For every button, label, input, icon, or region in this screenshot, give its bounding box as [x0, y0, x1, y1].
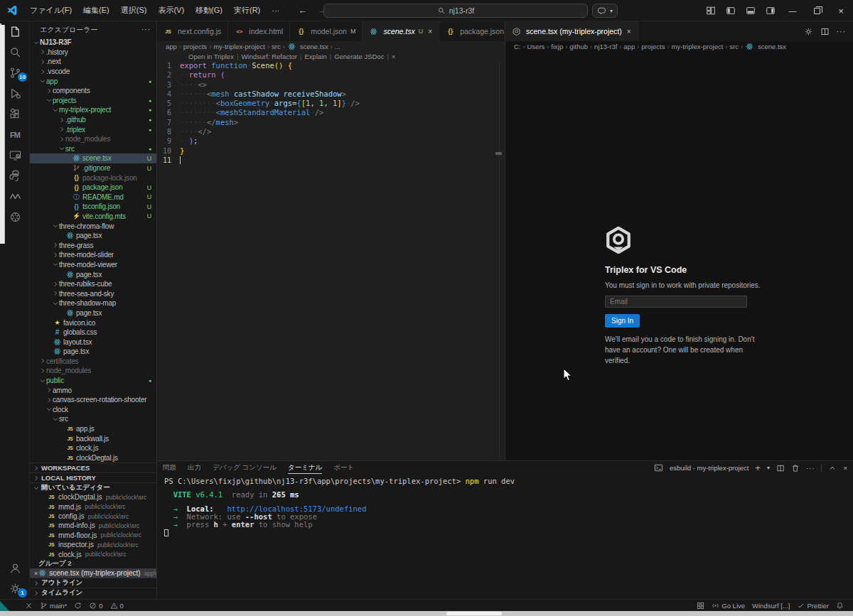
window-restore-button[interactable]	[805, 0, 829, 21]
code-line[interactable]: 5········<boxGeometry·args={[1,·1,·1]}·/…	[157, 99, 505, 108]
copilot-menu[interactable]: ▾	[592, 4, 618, 18]
tree-item[interactable]: scene.tsxU	[30, 153, 156, 163]
go-live[interactable]: Go Live	[708, 600, 749, 612]
customize-layout-icon[interactable]	[701, 6, 721, 16]
terminal-selector[interactable]: esbuild - my-triplex-project	[670, 464, 749, 472]
tab-package.json[interactable]: {}package.json	[439, 21, 511, 41]
codelens-actions[interactable]: Open in Triplex|Windsurf: Refactor|Expla…	[188, 53, 395, 60]
tree-item[interactable]: three-model-viewer	[30, 260, 156, 270]
tree-item[interactable]: NJ13-R3F	[30, 38, 156, 48]
tree-item[interactable]: projects●	[30, 96, 156, 106]
tab-next.config.js[interactable]: JSnext.config.js	[157, 21, 228, 41]
menu-item[interactable]: 移動(G)	[190, 3, 228, 18]
open-editor-item-active[interactable]: ×scene.tsx (my-triplex-project)app\proje…	[30, 568, 156, 578]
editor-more-icon[interactable]: ···	[837, 27, 847, 36]
code-line[interactable]: 7······</mesh>	[157, 118, 505, 127]
tree-item[interactable]: node_modules	[30, 134, 156, 144]
breadcrumb-item[interactable]: ...	[335, 43, 340, 50]
breadcrumb-right[interactable]: C:›Users›fixjp›github›nj13-r3f›app›proje…	[505, 41, 853, 52]
breadcrumb-item[interactable]: Users	[527, 43, 545, 50]
code-line[interactable]: 2··return·(	[157, 70, 505, 80]
open-editor-item[interactable]: JSinspector.jspublic\clock\src	[30, 540, 156, 549]
tree-item[interactable]: components	[30, 86, 156, 96]
code-line[interactable]: 3····<>	[157, 80, 505, 90]
tree-item[interactable]: page.tsx	[30, 308, 156, 318]
menu-overflow[interactable]: ···	[266, 3, 285, 18]
open-editor-item[interactable]: JSmmd-floor.jspublic\clock\src	[30, 531, 156, 540]
nav-back-icon[interactable]: ←	[298, 5, 307, 16]
tree-item[interactable]: node_modules	[30, 366, 156, 376]
kill-terminal-icon[interactable]	[791, 464, 800, 472]
toggle-sidebar-icon[interactable]	[721, 6, 741, 16]
tree-item[interactable]: {}tsconfig.jsonU	[30, 202, 156, 212]
errors[interactable]: 0	[85, 600, 106, 612]
panel-tab-ターミナル[interactable]: ターミナル	[288, 461, 322, 475]
breadcrumb-item[interactable]: src	[272, 43, 281, 50]
tree-item[interactable]: ⚡vite.config.mtsU	[30, 212, 156, 222]
codelens-link[interactable]: Open in Triplex	[188, 53, 234, 60]
toggle-secondary-sidebar-icon[interactable]	[761, 6, 780, 16]
tree-item[interactable]: .triplex●	[30, 124, 156, 134]
tree-item[interactable]: three-model-slider	[30, 250, 156, 260]
open-editor-item[interactable]: JSclockDegtal.jspublic\clock\src	[30, 492, 156, 502]
tree-item[interactable]: page.tsx	[30, 347, 156, 357]
command-center-search[interactable]: nj13-r3f	[323, 4, 588, 18]
tree-item[interactable]: page.tsx	[30, 231, 156, 241]
breadcrumb-item[interactable]: C:	[514, 43, 521, 50]
tree-item[interactable]: ammo	[30, 385, 156, 395]
tab-close-icon[interactable]: ×	[428, 28, 432, 36]
section-開いているエディター[interactable]: 開いているエディター	[30, 482, 156, 492]
tab-scene.tsx[interactable]: scene.tsxU×	[363, 21, 439, 41]
tab-scene-triplex[interactable]: scene.tsx (my-triplex-project) ×	[505, 21, 638, 41]
tree-item[interactable]: {}package.jsonU	[30, 183, 156, 193]
code-line[interactable]: 11	[157, 156, 505, 165]
panel-tab-問題[interactable]: 問題	[163, 461, 176, 475]
tree-item[interactable]: ⓘREADME.mdU	[30, 193, 156, 202]
tree-item[interactable]: page.tsx	[30, 269, 156, 279]
window-close-button[interactable]: ×	[829, 0, 853, 21]
warnings[interactable]: 0	[107, 600, 127, 612]
prettier[interactable]: Prettier	[793, 600, 832, 612]
code-line[interactable]: 10}	[157, 146, 505, 156]
menu-item[interactable]: 表示(V)	[152, 3, 190, 18]
tree-item[interactable]: src●	[30, 144, 156, 154]
menu-item[interactable]: ファイル(F)	[24, 3, 77, 18]
open-editor-item[interactable]: JSmmd.jspublic\clock\src	[30, 502, 156, 512]
code-line[interactable]: 9··);	[157, 136, 505, 146]
tree-item[interactable]: JSapp.js	[30, 424, 156, 434]
breadcrumb-item[interactable]: fixjp	[551, 43, 563, 50]
panel-tab-デバッグ コンソール[interactable]: デバッグ コンソール	[213, 461, 277, 475]
tree-item[interactable]: three-shadow-map	[30, 298, 156, 308]
breadcrumb-item[interactable]: my-triplex-project	[213, 43, 265, 50]
tree-item[interactable]: ★favicon.ico	[30, 318, 156, 328]
tree-item[interactable]: .vscode	[30, 67, 156, 77]
tab-index.html[interactable]: <>index.html	[228, 21, 290, 41]
accounts-icon[interactable]	[0, 558, 30, 578]
open-editor-item[interactable]: JSconfig.jspublic\clock\src	[30, 512, 156, 521]
new-terminal-icon[interactable]: +	[755, 463, 761, 473]
tree-item[interactable]: #globals.css	[30, 328, 156, 337]
remote-indicator[interactable]	[21, 600, 36, 612]
code-editor[interactable]: 1export·function·Scene()·{2··return·(3··…	[157, 61, 505, 165]
breadcrumb-item[interactable]: scene.tsx	[300, 43, 328, 50]
explorer-more-icon[interactable]: ···	[141, 26, 151, 33]
terminal-output[interactable]: PS C:\Users\fixjp\github\nj13-r3f\app\pr…	[157, 475, 853, 599]
panel-tab-出力[interactable]: 出力	[188, 461, 201, 475]
breadcrumb-item[interactable]: app	[166, 43, 177, 50]
tree-item[interactable]: {}package-lock.json	[30, 173, 156, 183]
breadcrumb-item[interactable]: my-triplex-project	[671, 43, 723, 50]
code-line[interactable]: 4······<mesh·castShadow·receiveShadow>	[157, 90, 505, 99]
tree-item[interactable]: three-chroma-flow	[30, 221, 156, 231]
menu-item[interactable]: 実行(R)	[228, 3, 266, 18]
editor-scrollbar[interactable]	[499, 61, 503, 459]
terminal-dropdown-icon[interactable]: ▾	[767, 465, 770, 471]
close-panel-icon[interactable]: ×	[843, 464, 847, 472]
breadcrumb-item[interactable]: nj13-r3f	[594, 43, 617, 50]
section-WORKSPACES[interactable]: WORKSPACES	[30, 463, 156, 472]
grid[interactable]	[693, 600, 708, 612]
codelens-link[interactable]: Generate JSDoc	[334, 53, 384, 60]
sign-in-button[interactable]: Sign In	[605, 314, 640, 328]
tree-item[interactable]: .gitignoreU	[30, 163, 156, 173]
tree-item[interactable]: JSbackwall.js	[30, 433, 156, 443]
breadcrumb[interactable]: app›projects›my-triplex-project›src›scen…	[157, 41, 505, 52]
